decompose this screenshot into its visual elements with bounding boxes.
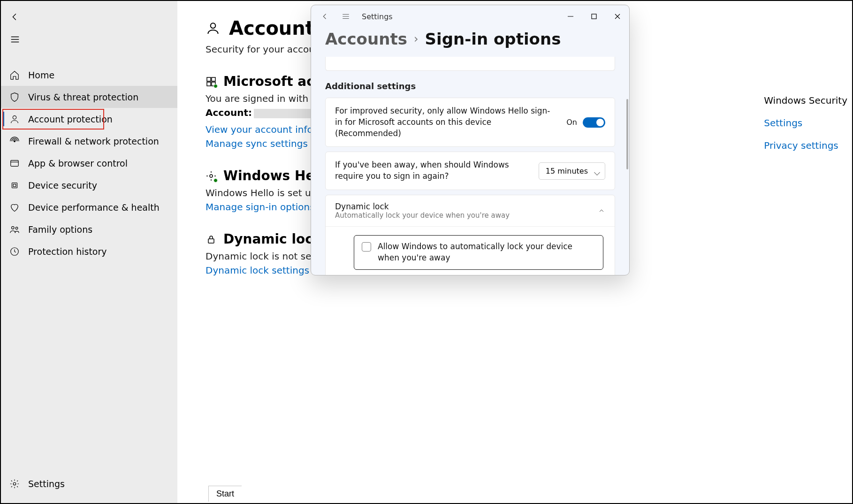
sidebar-label: Home xyxy=(28,70,54,80)
svg-point-5 xyxy=(12,226,14,229)
sidebar-item-home[interactable]: Home xyxy=(1,64,177,86)
back-button[interactable] xyxy=(4,6,26,28)
sidebar-label: Device performance & health xyxy=(28,202,160,213)
hamburger-button[interactable] xyxy=(4,28,26,51)
person-icon xyxy=(206,21,221,36)
lock-icon xyxy=(206,234,217,245)
shield-icon xyxy=(9,92,20,102)
sidebar-label: Family options xyxy=(28,224,92,235)
home-icon xyxy=(9,70,20,80)
sidebar-item-history[interactable]: Protection history xyxy=(1,240,177,262)
svg-point-0 xyxy=(13,115,16,119)
dynamic-lock-body: Allow Windows to automatically lock your… xyxy=(326,226,615,275)
settings-hamburger-button[interactable] xyxy=(335,6,356,27)
dynamic-lock-subtitle: Automatically lock your device when you'… xyxy=(335,211,598,220)
select-timeout[interactable]: 15 minutes xyxy=(539,162,605,180)
heart-icon xyxy=(9,202,20,213)
svg-point-8 xyxy=(13,482,16,485)
svg-rect-11 xyxy=(212,77,215,81)
people-icon xyxy=(9,224,20,235)
security-sidebar: Home Virus & threat protection Account p… xyxy=(1,1,177,503)
sidebar-label: App & browser control xyxy=(28,158,128,168)
dynamic-lock-title: Dynamic lock xyxy=(335,202,598,211)
sidebar-label: Account protection xyxy=(28,114,113,124)
side-link-settings[interactable]: Settings xyxy=(764,117,847,129)
start-button[interactable]: Start xyxy=(208,486,242,502)
svg-rect-3 xyxy=(12,183,17,188)
settings-titlebar[interactable]: Settings xyxy=(311,5,629,28)
window-icon xyxy=(9,158,20,168)
hello-icon xyxy=(206,170,217,182)
settings-body: Additional settings For improved securit… xyxy=(311,57,629,275)
svg-rect-15 xyxy=(208,239,214,243)
svg-rect-12 xyxy=(207,82,211,86)
svg-point-1 xyxy=(14,140,15,142)
card-text: For improved security, only allow Window… xyxy=(335,106,557,139)
minimize-button[interactable] xyxy=(559,7,582,26)
breadcrumb-parent[interactable]: Accounts xyxy=(325,30,407,48)
history-icon xyxy=(9,246,20,257)
sidebar-item-device[interactable]: Device security xyxy=(1,174,177,196)
settings-window: Settings Accounts › Sign-in options Addi… xyxy=(311,5,630,275)
sidebar-label: Device security xyxy=(28,180,97,191)
toggle-hello-signin[interactable] xyxy=(583,117,605,128)
svg-rect-16 xyxy=(592,14,596,19)
svg-point-9 xyxy=(211,23,216,28)
card-text: If you've been away, when should Windows… xyxy=(335,160,529,182)
security-nav: Home Virus & threat protection Account p… xyxy=(1,64,177,262)
sidebar-item-settings[interactable]: Settings xyxy=(1,473,177,495)
card-dynamic-lock: Dynamic lock Automatically lock your dev… xyxy=(325,195,615,275)
chip-icon xyxy=(9,180,20,191)
sidebar-item-account[interactable]: Account protection xyxy=(1,108,177,130)
checkbox-label: Allow Windows to automatically lock your… xyxy=(378,241,595,264)
svg-rect-4 xyxy=(13,184,16,187)
svg-point-14 xyxy=(210,175,213,177)
close-button[interactable] xyxy=(606,7,629,26)
side-link-privacy[interactable]: Privacy settings xyxy=(764,140,847,151)
svg-rect-2 xyxy=(11,160,19,166)
chevron-right-icon: › xyxy=(414,32,419,46)
gear-icon xyxy=(9,479,20,489)
sidebar-item-virus[interactable]: Virus & threat protection xyxy=(1,86,177,108)
ms-logo-icon xyxy=(206,76,217,87)
section-heading: Dynamic lock xyxy=(223,231,322,247)
maximize-button[interactable] xyxy=(582,7,606,26)
breadcrumb-current: Sign-in options xyxy=(425,30,561,48)
card-hello-only: For improved security, only allow Window… xyxy=(325,98,615,147)
sidebar-item-family[interactable]: Family options xyxy=(1,218,177,240)
sidebar-label: Virus & threat protection xyxy=(28,92,138,102)
network-icon xyxy=(9,136,20,146)
chevron-up-icon xyxy=(598,207,605,214)
checkbox-auto-lock[interactable]: Allow Windows to automatically lock your… xyxy=(354,235,603,270)
toggle-state-label: On xyxy=(566,118,577,127)
sidebar-label: Protection history xyxy=(28,246,107,257)
sidebar-item-appbrowser[interactable]: App & browser control xyxy=(1,152,177,174)
sidebar-item-firewall[interactable]: Firewall & network protection xyxy=(1,130,177,152)
svg-rect-10 xyxy=(207,77,211,81)
section-heading-additional: Additional settings xyxy=(325,81,615,91)
side-text: Windows Security xyxy=(764,95,847,106)
card-signin-timeout: If you've been away, when should Windows… xyxy=(325,152,615,190)
settings-back-button[interactable] xyxy=(315,6,335,27)
dynamic-lock-header[interactable]: Dynamic lock Automatically lock your dev… xyxy=(326,195,615,226)
sidebar-label: Firewall & network protection xyxy=(28,136,159,146)
select-value: 15 minutes xyxy=(546,167,588,176)
checkbox-icon[interactable] xyxy=(362,242,371,252)
right-side-panel: Windows Security Settings Privacy settin… xyxy=(764,95,847,151)
scrollbar-thumb[interactable] xyxy=(626,99,628,169)
card-partial-top xyxy=(325,57,615,71)
person-icon xyxy=(9,114,20,124)
breadcrumb: Accounts › Sign-in options xyxy=(311,28,629,57)
settings-app-title: Settings xyxy=(362,12,393,21)
sidebar-label: Settings xyxy=(28,479,65,489)
svg-point-6 xyxy=(15,227,18,229)
sidebar-item-performance[interactable]: Device performance & health xyxy=(1,196,177,218)
